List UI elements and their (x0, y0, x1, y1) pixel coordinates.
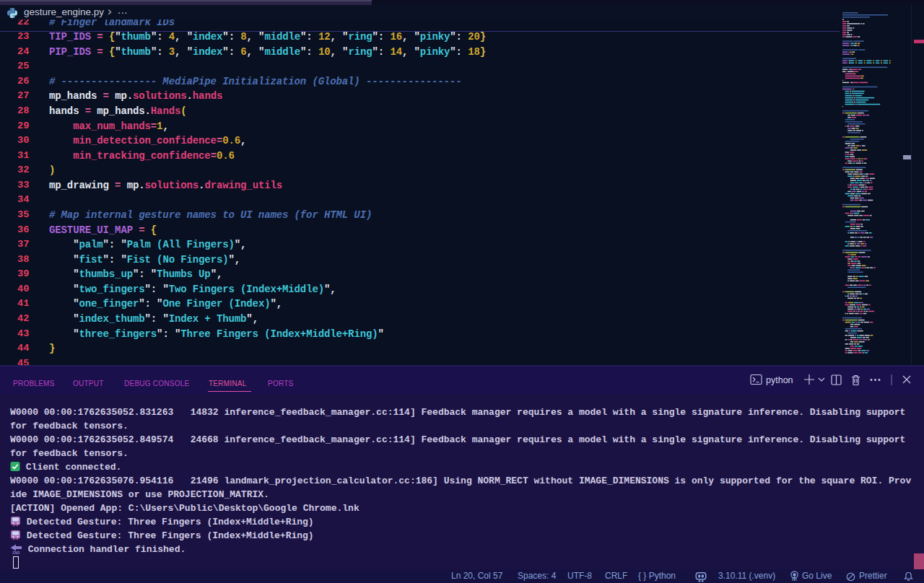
svg-text:python: python (766, 375, 793, 385)
svg-text:END: END (13, 551, 20, 553)
